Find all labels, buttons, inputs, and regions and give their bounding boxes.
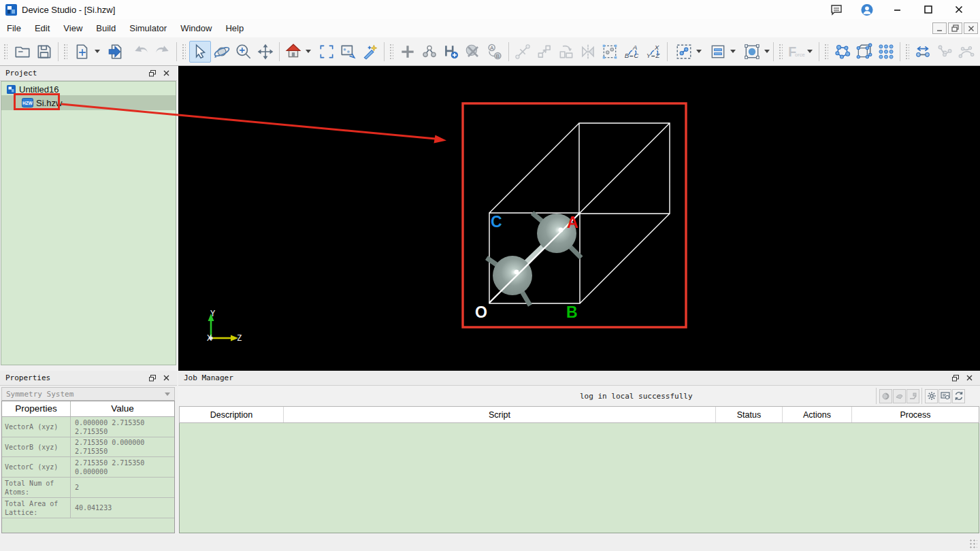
pan-view-icon[interactable] <box>255 41 276 63</box>
break-bond-icon[interactable] <box>512 41 534 63</box>
measure-distance-icon[interactable] <box>912 41 934 63</box>
project-close-button[interactable] <box>161 69 172 78</box>
build-crystal-icon[interactable] <box>853 41 875 63</box>
menu-build[interactable]: Build <box>89 20 122 36</box>
job-manager-close-button[interactable] <box>964 373 975 383</box>
zoom-view-icon[interactable] <box>233 41 255 63</box>
properties-float-button[interactable] <box>147 373 158 383</box>
toolbar-grip[interactable] <box>63 43 67 61</box>
measure-angle-icon[interactable] <box>934 41 956 63</box>
properties-close-button[interactable] <box>161 373 172 383</box>
rotate-view-icon[interactable] <box>211 41 233 63</box>
svg-text:B: B <box>625 52 630 59</box>
user-account-icon[interactable] <box>861 3 873 16</box>
viewport-3d[interactable]: O B C A Y Z X <box>178 66 980 371</box>
project-panel-header: Project <box>0 66 177 81</box>
col-process[interactable]: Process <box>852 407 979 422</box>
auto-build-icon[interactable] <box>359 41 381 63</box>
close-button[interactable] <box>953 3 965 16</box>
import-icon[interactable] <box>105 41 127 63</box>
child-minimize-button[interactable] <box>932 22 947 34</box>
menu-file[interactable]: File <box>0 20 28 36</box>
align-view-icon[interactable] <box>707 41 729 63</box>
save-icon[interactable] <box>33 41 55 63</box>
si-atom[interactable] <box>493 256 532 295</box>
menu-help[interactable]: Help <box>218 20 250 36</box>
align-view-dropdown[interactable] <box>729 41 736 62</box>
select-molecule-icon[interactable] <box>673 41 695 63</box>
open-project-icon[interactable] <box>12 41 33 63</box>
job-shell-button[interactable] <box>879 389 892 403</box>
project-panel: Project Untitled16 HZW Si.hzw <box>0 66 177 365</box>
project-root-icon <box>7 85 16 94</box>
delete-atom-icon[interactable] <box>462 41 484 63</box>
feedback-icon[interactable] <box>830 3 843 16</box>
job-manager-float-button[interactable] <box>950 373 961 383</box>
col-status[interactable]: Status <box>716 407 783 422</box>
menu-simulator[interactable]: Simulator <box>122 20 174 36</box>
job-monitor-button[interactable] <box>938 389 951 403</box>
add-atom-icon[interactable] <box>397 41 419 63</box>
resize-grip[interactable] <box>969 539 977 548</box>
new-file-dropdown[interactable] <box>93 41 101 62</box>
vector-ab-icon[interactable]: AB <box>977 41 980 63</box>
job-manager-panel: Job Manager log in local successfully De… <box>178 371 980 534</box>
properties-panel: Properties Symmetry System Properties Va… <box>0 371 177 534</box>
periodic-view-dropdown[interactable] <box>763 41 770 62</box>
toolbar-grip[interactable] <box>904 43 909 61</box>
axis-label-z: Z <box>237 333 242 343</box>
col-script[interactable]: Script <box>284 407 716 422</box>
add-hydrogen-icon[interactable] <box>440 41 462 63</box>
periodic-view-icon[interactable] <box>741 41 763 63</box>
login-status-message: log in local successfully <box>580 392 693 401</box>
minimize-button[interactable] <box>892 3 904 16</box>
force-display-dropdown[interactable] <box>806 41 813 62</box>
toolbar-grip[interactable] <box>778 43 783 61</box>
mirror-icon[interactable] <box>577 41 599 63</box>
substitute-atom-icon[interactable]: AB <box>484 41 506 63</box>
rotate-atom-icon[interactable] <box>555 41 577 63</box>
undo-icon[interactable] <box>130 41 152 63</box>
status-bar <box>0 534 980 551</box>
toolbar-grip[interactable] <box>823 43 828 61</box>
home-view-dropdown[interactable] <box>304 41 312 62</box>
snapshot-icon[interactable] <box>338 41 359 63</box>
maximize-button[interactable] <box>922 3 934 16</box>
toolbar-grip[interactable] <box>181 43 186 61</box>
job-pause-button[interactable] <box>893 389 906 403</box>
home-view-icon[interactable] <box>282 41 304 63</box>
menu-edit[interactable]: Edit <box>28 20 56 36</box>
move-atom-icon[interactable] <box>534 41 555 63</box>
col-description[interactable]: Description <box>180 407 284 422</box>
menu-view[interactable]: View <box>56 20 89 36</box>
swap-xyz-icon[interactable]: XYZ <box>642 41 664 63</box>
app-logo-icon <box>5 4 17 16</box>
job-refresh-button[interactable] <box>952 389 965 403</box>
child-restore-button[interactable] <box>948 22 962 34</box>
properties-panel-header: Properties <box>0 371 177 386</box>
toolbar-grip[interactable] <box>389 43 393 61</box>
job-run-button[interactable] <box>906 389 919 403</box>
swap-abc-icon[interactable]: ABC <box>621 41 642 63</box>
force-display-icon[interactable]: Force <box>784 41 806 63</box>
label-c: C <box>491 213 502 231</box>
child-close-button[interactable] <box>964 22 978 34</box>
select-atoms-icon[interactable] <box>599 41 621 63</box>
toolbar-grip[interactable] <box>3 43 7 61</box>
select-tool-icon[interactable] <box>189 41 211 63</box>
symmetry-system-select[interactable]: Symmetry System <box>1 387 175 401</box>
redo-icon[interactable] <box>152 41 174 63</box>
build-molecule-icon[interactable] <box>832 41 853 63</box>
measure-dihedral-icon[interactable] <box>956 41 977 63</box>
menu-window[interactable]: Window <box>174 20 218 36</box>
add-fragment-icon[interactable] <box>419 41 440 63</box>
select-molecule-dropdown[interactable] <box>695 41 702 62</box>
fit-view-icon[interactable] <box>316 41 338 63</box>
build-supercell-icon[interactable] <box>875 41 897 63</box>
col-actions[interactable]: Actions <box>783 407 852 422</box>
project-float-button[interactable] <box>147 69 158 78</box>
new-file-icon[interactable] <box>71 41 93 63</box>
axis-label-y: Y <box>210 309 216 318</box>
job-settings-button[interactable] <box>925 389 938 403</box>
svg-text:A: A <box>490 45 494 51</box>
